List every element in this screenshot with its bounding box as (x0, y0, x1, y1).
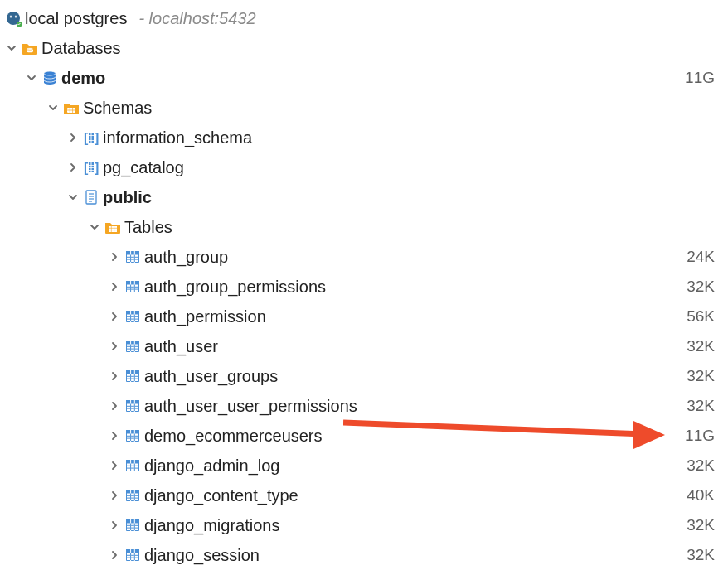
table-row[interactable]: django_session32K (0, 540, 728, 570)
svg-point-3 (11, 17, 12, 17)
connection-row[interactable]: local postgres - localhost:5432 (0, 3, 728, 33)
chevron-right-icon[interactable] (108, 429, 121, 442)
svg-rect-41 (127, 255, 138, 263)
schemas-folder-icon (63, 99, 80, 116)
svg-rect-50 (127, 285, 138, 292)
svg-rect-59 (127, 315, 138, 322)
chevron-right-icon[interactable] (108, 310, 121, 323)
chevron-right-icon[interactable] (108, 459, 121, 472)
schema-icon: [ ] (83, 129, 99, 146)
table-row[interactable]: auth_group24K (0, 242, 728, 272)
table-size: 32K (687, 397, 715, 415)
svg-rect-85 (126, 400, 139, 403)
table-icon (124, 457, 141, 474)
svg-text:]: ] (95, 161, 99, 175)
svg-rect-94 (126, 430, 139, 433)
table-name: django_session (144, 546, 260, 565)
table-icon (124, 487, 141, 504)
schema-name: pg_catalog (103, 158, 184, 177)
chevron-down-icon[interactable] (66, 191, 80, 204)
database-demo[interactable]: demo 11G (0, 63, 728, 93)
svg-rect-103 (126, 460, 139, 463)
schemas-node[interactable]: Schemas (0, 93, 728, 123)
table-icon (124, 517, 141, 534)
svg-rect-18 (89, 138, 94, 138)
chevron-right-icon[interactable] (108, 370, 121, 383)
database-size: 11G (685, 69, 715, 87)
chevron-down-icon[interactable] (5, 41, 18, 55)
table-icon (124, 278, 141, 295)
table-row[interactable]: auth_group_permissions32K (0, 272, 728, 302)
table-size: 32K (687, 546, 715, 564)
table-row[interactable]: auth_permission56K (0, 302, 728, 331)
svg-rect-121 (126, 519, 139, 523)
tables-folder-icon (104, 219, 121, 235)
table-row[interactable]: django_admin_log32K (0, 451, 728, 481)
svg-rect-95 (127, 434, 138, 442)
table-icon (124, 338, 141, 355)
svg-rect-122 (127, 524, 138, 531)
database-tree: local postgres - localhost:5432 Database… (0, 0, 728, 573)
table-name: auth_user (144, 337, 218, 356)
svg-rect-24 (89, 165, 94, 166)
svg-rect-113 (127, 494, 138, 501)
databases-node[interactable]: Databases (0, 33, 728, 63)
table-size: 32K (687, 516, 715, 534)
svg-rect-77 (127, 374, 138, 382)
table-size: 32K (687, 367, 715, 385)
chevron-down-icon[interactable] (88, 220, 101, 234)
svg-rect-28 (86, 191, 96, 204)
table-icon (124, 398, 141, 414)
chevron-right-icon[interactable] (108, 340, 121, 353)
table-row[interactable]: auth_user_user_permissions32K (0, 391, 728, 421)
table-row[interactable]: demo_ecommerceusers11G (0, 421, 728, 451)
tables-node[interactable]: Tables (0, 212, 728, 242)
table-row[interactable]: auth_user_groups32K (0, 361, 728, 391)
schema-public[interactable]: public (0, 182, 728, 212)
table-row[interactable]: auth_user32K (0, 331, 728, 361)
chevron-right-icon[interactable] (66, 161, 80, 174)
svg-rect-19 (89, 140, 94, 141)
chevron-down-icon[interactable] (25, 71, 38, 85)
schema-icon (83, 189, 99, 205)
chevron-right-icon[interactable] (66, 131, 80, 144)
connection-name: local postgres (25, 9, 127, 28)
table-name: auth_group (144, 248, 228, 267)
table-row[interactable]: django_content_type40K (0, 481, 728, 510)
table-icon (124, 249, 141, 265)
svg-rect-58 (126, 311, 139, 314)
svg-rect-17 (89, 135, 94, 136)
table-icon (124, 428, 141, 444)
chevron-right-icon[interactable] (108, 399, 121, 413)
svg-rect-49 (126, 281, 139, 284)
databases-label: Databases (41, 39, 121, 58)
table-size: 24K (687, 248, 715, 266)
table-row[interactable]: django_migrations32K (0, 510, 728, 540)
table-size: 32K (687, 337, 715, 355)
schema-information-schema[interactable]: [ ] information_schema (0, 123, 728, 152)
chevron-right-icon[interactable] (108, 250, 121, 263)
svg-text:[: [ (84, 131, 89, 145)
chevron-right-icon[interactable] (108, 280, 121, 293)
svg-text:[: [ (84, 161, 89, 175)
schema-pg-catalog[interactable]: [ ] pg_catalog (0, 152, 728, 182)
svg-rect-130 (126, 549, 139, 553)
svg-point-4 (16, 17, 17, 17)
chevron-right-icon[interactable] (108, 548, 121, 562)
chevron-down-icon[interactable] (46, 101, 60, 114)
table-name: django_admin_log (144, 457, 279, 476)
svg-rect-104 (127, 464, 138, 471)
svg-rect-86 (127, 404, 138, 412)
postgres-elephant-icon (5, 10, 22, 27)
schema-name: public (103, 188, 152, 207)
database-icon (41, 70, 58, 86)
databases-folder-icon (22, 40, 38, 56)
connection-host: - localhost:5432 (138, 9, 255, 28)
table-name: auth_group_permissions (144, 278, 326, 297)
chevron-right-icon[interactable] (108, 519, 121, 532)
svg-rect-25 (89, 167, 94, 168)
chevron-right-icon[interactable] (108, 489, 121, 502)
table-icon (124, 547, 141, 563)
table-icon (124, 368, 141, 384)
svg-rect-76 (126, 370, 139, 374)
